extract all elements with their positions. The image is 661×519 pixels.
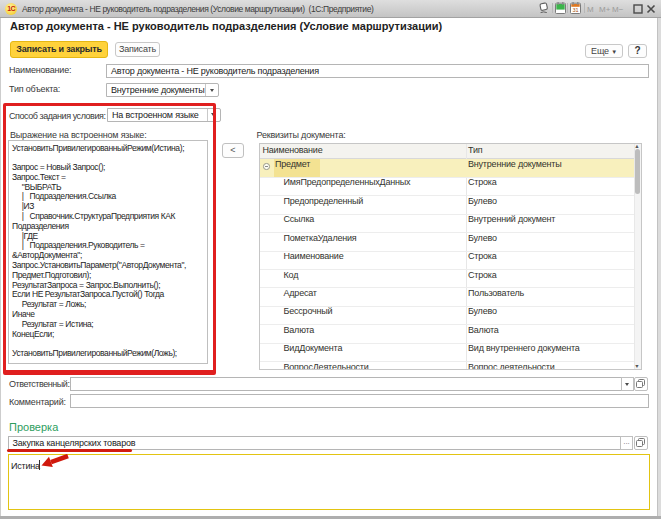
svg-text:31: 31 (572, 7, 578, 13)
